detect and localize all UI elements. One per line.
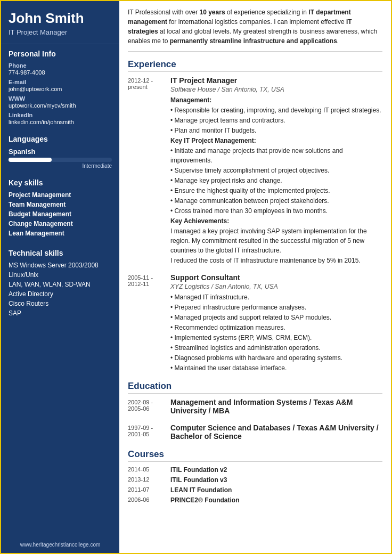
language-level: Intermediate <box>9 163 112 169</box>
job-description: • Managed IT infrastructure. • Prepared … <box>170 292 382 373</box>
courses-section: Courses 2014-05 ITIL Foundation v2 2013-… <box>128 449 382 504</box>
language-name: Spanish <box>9 148 112 156</box>
degree: Computer Science and Databases / Texas A… <box>170 423 382 441</box>
experience-title: Experience <box>128 59 382 72</box>
entry-date: 2005-11 -2012-11 <box>128 273 170 373</box>
www-value: uptowork.com/mycv/smith <box>9 102 112 109</box>
course-date: 2014-05 <box>128 466 170 474</box>
experience-entry: 2005-11 -2012-11 Support Consultant XYZ … <box>128 273 382 373</box>
skill-item: Budget Management <box>9 210 112 218</box>
tech-item: MS Windows Server 2003/2008 <box>9 262 112 269</box>
sidebar-footer: www.heritagechristiancollege.com <box>1 536 119 553</box>
tech-item: Linux/Unix <box>9 271 112 279</box>
course-row: 2013-12 ITIL Foundation v3 <box>128 476 382 484</box>
entry-content: IT Project Manager Software House / San … <box>170 76 382 266</box>
language-bar-fill <box>9 158 52 162</box>
job-description: Management: • Responsible for creating, … <box>170 95 382 265</box>
tech-item: LAN, WAN, WLAN, SD-WAN <box>9 281 112 288</box>
keyskills-title: Key skills <box>9 178 112 187</box>
candidate-title: IT Project Manager <box>9 28 112 36</box>
languages-title: Languages <box>9 135 112 143</box>
tech-item: SAP <box>9 309 112 317</box>
phone-value: 774-987-4008 <box>9 69 112 76</box>
course-name: PRINCE2® Foundation <box>170 496 240 504</box>
sidebar-header: John Smith IT Project Manager <box>1 1 119 44</box>
job-title: IT Project Manager <box>170 76 382 85</box>
job-title: Support Consultant <box>170 273 382 282</box>
courses-title: Courses <box>128 449 382 462</box>
tech-item: Active Directory <box>9 290 112 298</box>
summary-section: IT Professional with over 10 years of ex… <box>128 7 382 52</box>
entry-date: 2002-09 -2005-06 <box>128 398 170 416</box>
email-value: john@uptowork.com <box>9 86 112 92</box>
techskills-section: Technical skills MS Windows Server 2003/… <box>1 243 119 323</box>
entry-date: 1997-09 -2001-05 <box>128 423 170 442</box>
course-row: 2014-05 ITIL Foundation v2 <box>128 466 382 474</box>
linkedin-value: linkedin.com/in/johnsmith <box>9 119 112 125</box>
phone-label: Phone <box>9 62 112 69</box>
education-section: Education 2002-09 -2005-06 Management an… <box>128 381 382 442</box>
languages-section: Languages Spanish Intermediate <box>1 129 119 173</box>
course-date: 2011-07 <box>128 486 170 494</box>
personal-info-title: Personal Info <box>9 50 112 58</box>
main-content: IT Professional with over 10 years of ex… <box>119 1 391 553</box>
course-name: ITIL Foundation v2 <box>170 466 227 474</box>
skill-item: Change Management <box>9 220 112 227</box>
company: XYZ Logistics / San Antonio, TX, USA <box>170 283 382 290</box>
language-bar <box>9 158 112 162</box>
skill-item: Lean Management <box>9 230 112 237</box>
education-title: Education <box>128 381 382 394</box>
experience-section: Experience 2012-12 -present IT Project M… <box>128 59 382 373</box>
skill-item: Team Management <box>9 201 112 208</box>
entry-content: Support Consultant XYZ Logistics / San A… <box>170 273 382 373</box>
entry-date: 2012-12 -present <box>128 76 170 266</box>
entry-content: Computer Science and Databases / Texas A… <box>170 423 382 442</box>
techskills-title: Technical skills <box>9 249 112 257</box>
company: Software House / San Antonio, TX, USA <box>170 86 382 93</box>
personal-info-section: Personal Info Phone 774-987-4008 E-mail … <box>1 44 119 129</box>
entry-content: Management and Information Systems / Tex… <box>170 398 382 416</box>
www-label: WWW <box>9 95 112 102</box>
course-row: 2006-06 PRINCE2® Foundation <box>128 496 382 504</box>
education-entry: 2002-09 -2005-06 Management and Informat… <box>128 398 382 416</box>
course-name: ITIL Foundation v3 <box>170 476 227 484</box>
experience-entry: 2012-12 -present IT Project Manager Soft… <box>128 76 382 266</box>
sidebar: John Smith IT Project Manager Personal I… <box>1 1 119 553</box>
email-label: E-mail <box>9 79 112 85</box>
course-date: 2013-12 <box>128 476 170 484</box>
candidate-name: John Smith <box>9 11 112 26</box>
course-row: 2011-07 LEAN IT Foundation <box>128 486 382 494</box>
linkedin-label: LinkedIn <box>9 112 112 118</box>
degree: Management and Information Systems / Tex… <box>170 398 382 415</box>
course-date: 2006-06 <box>128 496 170 504</box>
tech-item: Cisco Routers <box>9 300 112 307</box>
course-name: LEAN IT Foundation <box>170 486 232 494</box>
education-entry: 1997-09 -2001-05 Computer Science and Da… <box>128 423 382 442</box>
skill-item: Project Management <box>9 191 112 199</box>
keyskills-section: Key skills Project Management Team Manag… <box>1 173 119 243</box>
